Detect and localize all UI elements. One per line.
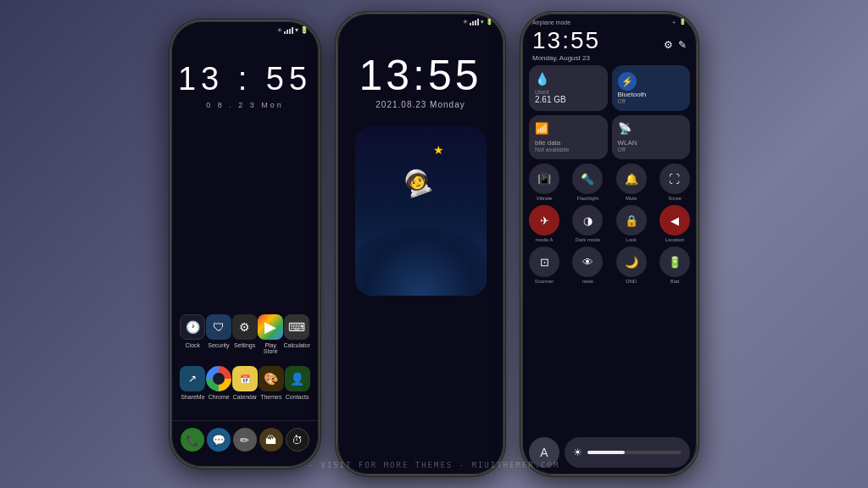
phone-control-center: Airplane mode + 🔋 13:55 Monday, August 2… [520, 12, 698, 476]
lock-widget: ★ 🧑‍🚀 [355, 126, 487, 296]
app-calculator[interactable]: ⌨ Calculator [284, 314, 311, 354]
app-grid: 🕐 Clock 🛡 Security ⚙ Settings ▶ Play Sto… [171, 109, 319, 420]
location-toggle-group: ◀ Location [659, 205, 690, 242]
node-toggle[interactable]: 👁 [572, 247, 603, 277]
home-time: 13 : 55 [171, 61, 319, 97]
app-shareme[interactable]: ↗ ShareMe [180, 366, 206, 400]
airplane-mode-label: Airplane mode [532, 19, 570, 25]
galaxy-bg [355, 228, 487, 296]
mobile-status: Not available [535, 147, 602, 152]
app-icon-calendar: 📅 [232, 366, 258, 391]
app-icon-themes: 🎨 [259, 366, 284, 391]
status-icons-2: ✳ ▾ 🔋 [463, 19, 493, 25]
wlan-status: Off [618, 147, 685, 152]
batt-label: Batt [670, 279, 680, 284]
cc-tiles-row-2: 📶 bile data Not available 📡 WLAN Off [529, 115, 690, 159]
node-toggle-group: 👁 node [572, 247, 603, 284]
scanner-toggle-group: ⊡ Scanner [529, 247, 559, 284]
app-row-2: ↗ ShareMe Chrome 📅 Calendar 🎨 [180, 366, 310, 400]
screen2-toggle-group: 🔒 Lock [616, 205, 647, 242]
wlan-tile[interactable]: 📡 WLAN Off [612, 115, 691, 159]
cc-toggles-row-1: 📳 Vibrate 🔦 Flashlight 🔔 Mute ⛶ Scree [529, 164, 690, 201]
screen2-toggle[interactable]: 🔒 [616, 205, 647, 236]
battery-icon-1: 🔋 [300, 26, 309, 34]
mute-toggle[interactable]: 🔔 [616, 164, 647, 194]
airplane-label: mode A [536, 237, 553, 242]
darkmode-toggle-group: ◑ Dark mode [572, 205, 603, 242]
app-icon-clock: 🕐 [180, 314, 205, 340]
vibrate-toggle-group: 📳 Vibrate [529, 164, 559, 201]
storage-tile[interactable]: 💧 Used 2.61 GB [529, 65, 608, 111]
app-playstore[interactable]: ▶ Play Store [258, 314, 284, 354]
dock-clock[interactable]: ⏱ [286, 428, 309, 452]
brightness-track [587, 451, 682, 454]
mobile-tile-top: 📶 [535, 122, 602, 135]
darkmode-toggle[interactable]: ◑ [572, 205, 603, 236]
control-center-content: Airplane mode + 🔋 13:55 Monday, August 2… [522, 14, 697, 474]
dock-gallery[interactable]: 🏔 [259, 428, 283, 452]
screen-toggle[interactable]: ⛶ [659, 164, 690, 194]
cc-status-bar: Airplane mode + 🔋 [529, 14, 690, 25]
dnd-toggle[interactable]: 🌙 [616, 247, 647, 277]
app-icon-playstore: ▶ [258, 314, 283, 340]
cc-tiles-row-1: 💧 Used 2.61 GB ⚡ Bluetooth Off [529, 65, 690, 111]
cc-toggles-row-2: ✈ mode A ◑ Dark mode 🔒 Lock ◀ Location [529, 205, 690, 242]
battery-2: 🔋 [486, 19, 493, 25]
brightness-fill [587, 451, 625, 454]
mobile-tile-bottom: bile data Not available [535, 139, 602, 152]
bluetooth-tile[interactable]: ⚡ Bluetooth Off [612, 65, 691, 111]
mute-label: Mute [626, 196, 637, 201]
location-toggle[interactable]: ◀ [659, 205, 690, 236]
app-security[interactable]: 🛡 Security [206, 314, 232, 354]
app-contacts[interactable]: 👤 Contacts [284, 366, 310, 400]
app-calendar[interactable]: 📅 Calendar [232, 366, 259, 400]
astronaut-scene: ★ 🧑‍🚀 [355, 126, 487, 296]
dock-notes[interactable]: ✏ [233, 428, 257, 452]
bluetooth-icon: ⚡ [618, 72, 637, 91]
status-bar-2: ✳ ▾ 🔋 [337, 14, 504, 27]
cc-date: Monday, August 23 [532, 54, 600, 62]
storage-value: 2.61 GB [535, 95, 602, 104]
wlan-tile-bottom: WLAN Off [618, 139, 685, 152]
vibrate-toggle[interactable]: 📳 [529, 164, 559, 194]
lock-screen-content: 13:55 2021.08.23 Monday ★ 🧑‍🚀 [337, 27, 504, 474]
dock-messages[interactable]: 💬 [207, 428, 231, 452]
dock-phone[interactable]: 📞 [181, 428, 204, 452]
app-label-chrome: Chrome [209, 394, 230, 400]
app-themes[interactable]: 🎨 Themes [258, 366, 284, 400]
status-icons-1: ✳ ▾ 🔋 [277, 26, 309, 34]
signal-bars-2 [470, 19, 479, 25]
app-settings[interactable]: ⚙ Settings [231, 314, 258, 354]
edit-icon[interactable]: ✎ [678, 39, 687, 51]
mobile-data-tile[interactable]: 📶 bile data Not available [529, 115, 608, 159]
cc-status-icons: + 🔋 [672, 19, 687, 25]
star-icon: ★ [433, 143, 444, 157]
lock-date: 2021.08.23 Monday [376, 100, 465, 109]
scanner-toggle[interactable]: ⊡ [529, 247, 559, 277]
airplane-toggle[interactable]: ✈ [529, 205, 559, 236]
app-label-settings: Settings [234, 342, 255, 348]
batt-toggle[interactable]: 🔋 [659, 247, 690, 277]
home-date: 0 8 . 2 3 Mon [171, 101, 319, 109]
dock-bar: 📞 💬 ✏ 🏔 ⏱ [171, 420, 319, 467]
brightness-slider[interactable]: ☀ [565, 437, 690, 468]
storage-tile-top: 💧 [535, 72, 602, 86]
settings-gear-icon[interactable]: ⚙ [664, 39, 673, 51]
app-label-calc: Calculator [284, 342, 311, 348]
app-chrome[interactable]: Chrome [206, 366, 232, 400]
add-icon: + [672, 19, 676, 25]
bluetooth-tile-labels: Bluetooth Off [618, 91, 685, 104]
signal-bars-1 [284, 27, 293, 34]
home-screen-content: 13 : 55 0 8 . 2 3 Mon 🕐 Clock 🛡 Security… [171, 36, 319, 467]
storage-tile-bottom: Used 2.61 GB [535, 89, 602, 104]
flashlight-toggle[interactable]: 🔦 [572, 164, 603, 194]
app-clock[interactable]: 🕐 Clock [180, 314, 206, 354]
app-label-themes: Themes [260, 394, 281, 400]
app-label-shareme: ShareMe [181, 394, 204, 400]
app-label-contacts: Contacts [286, 394, 309, 400]
wifi-icon: 📡 [618, 122, 632, 135]
app-icon-calc: ⌨ [284, 314, 309, 340]
location-label: Location [665, 237, 685, 242]
screen-label: Scree [668, 196, 682, 201]
bluetooth-indicator: ✳ [277, 27, 282, 34]
